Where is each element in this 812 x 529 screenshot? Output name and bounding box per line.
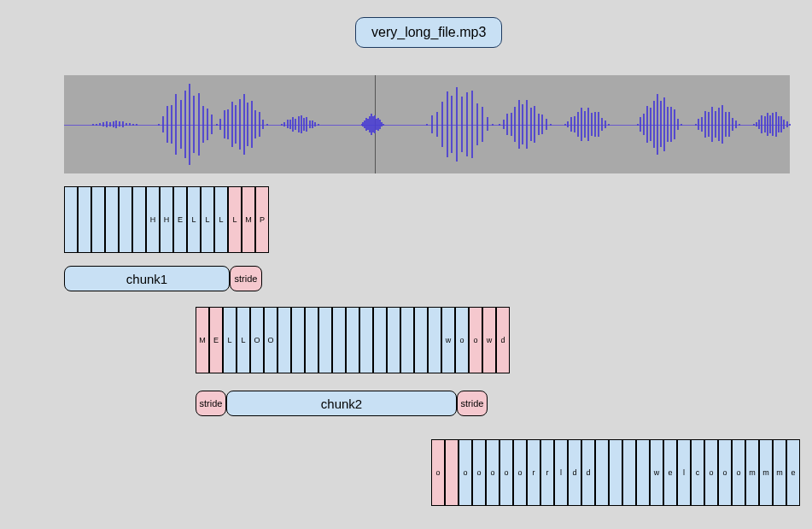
token-cell: l bbox=[554, 439, 568, 506]
token-cell bbox=[105, 186, 119, 253]
token-cell bbox=[622, 439, 636, 506]
token-cell: e bbox=[663, 439, 677, 506]
stride-label: stride bbox=[230, 266, 262, 291]
waveform-burst bbox=[159, 75, 217, 173]
token-cell-stride: w bbox=[482, 307, 496, 373]
token-cell: o bbox=[455, 307, 469, 373]
token-cell: L bbox=[214, 186, 228, 253]
chunk-label-row: chunk1stride bbox=[64, 266, 262, 291]
token-cell-stride: M bbox=[242, 186, 255, 253]
token-cell-stride bbox=[445, 439, 459, 506]
token-cell: m bbox=[773, 439, 786, 506]
token-cell bbox=[277, 307, 291, 373]
token-cell bbox=[318, 307, 332, 373]
token-cell: w bbox=[441, 307, 455, 373]
token-row: MELLOOwoowd bbox=[196, 307, 510, 373]
token-cell: d bbox=[581, 439, 595, 506]
token-cell-stride: P bbox=[255, 186, 269, 253]
token-cell-stride: o bbox=[469, 307, 482, 373]
token-cell-stride: d bbox=[496, 307, 510, 373]
token-cell bbox=[346, 307, 359, 373]
token-cell: L bbox=[187, 186, 201, 253]
token-cell: w bbox=[650, 439, 663, 506]
token-cell bbox=[291, 307, 305, 373]
waveform-burst bbox=[362, 75, 384, 173]
token-cell: l bbox=[677, 439, 691, 506]
waveform-burst bbox=[499, 75, 551, 173]
token-cell: o bbox=[486, 439, 499, 506]
token-cell: o bbox=[499, 439, 513, 506]
waveform-burst bbox=[93, 75, 137, 173]
waveform-burst bbox=[282, 75, 318, 173]
token-cell: o bbox=[732, 439, 745, 506]
token-cell bbox=[400, 307, 414, 373]
token-cell: o bbox=[704, 439, 718, 506]
token-cell bbox=[387, 307, 400, 373]
waveform-burst bbox=[754, 75, 791, 173]
token-cell: o bbox=[513, 439, 527, 506]
token-cell: L bbox=[201, 186, 214, 253]
token-cell-stride: M bbox=[196, 307, 209, 373]
token-cell: m bbox=[745, 439, 759, 506]
token-cell bbox=[119, 186, 132, 253]
token-cell: o bbox=[459, 439, 472, 506]
token-cell-stride: E bbox=[209, 307, 223, 373]
token-cell: d bbox=[568, 439, 581, 506]
token-cell bbox=[91, 186, 105, 253]
chunk-label: chunk2 bbox=[226, 391, 457, 416]
waveform bbox=[64, 75, 790, 173]
token-cell: L bbox=[223, 307, 237, 373]
token-cell bbox=[373, 307, 387, 373]
token-cell: H bbox=[160, 186, 173, 253]
stride-label: stride bbox=[457, 391, 488, 416]
chunk-label-row: stridechunk2stride bbox=[196, 391, 488, 416]
token-cell: r bbox=[527, 439, 540, 506]
waveform-burst bbox=[217, 75, 268, 173]
token-cell: E bbox=[173, 186, 187, 253]
token-cell bbox=[609, 439, 622, 506]
token-cell: e bbox=[786, 439, 800, 506]
waveform-burst bbox=[427, 75, 493, 173]
chunk-label: chunk1 bbox=[64, 266, 230, 291]
token-cell bbox=[414, 307, 428, 373]
token-cell: c bbox=[691, 439, 704, 506]
token-cell-stride: L bbox=[228, 186, 242, 253]
token-cell bbox=[64, 186, 78, 253]
waveform-burst bbox=[638, 75, 681, 173]
file-name-badge: very_long_file.mp3 bbox=[355, 17, 502, 48]
token-cell bbox=[305, 307, 318, 373]
token-cell: r bbox=[540, 439, 554, 506]
token-cell bbox=[428, 307, 441, 373]
waveform-burst bbox=[565, 75, 609, 173]
token-cell bbox=[595, 439, 609, 506]
token-cell-stride: o bbox=[431, 439, 445, 506]
token-cell: o bbox=[718, 439, 732, 506]
token-cell: O bbox=[250, 307, 264, 373]
token-cell: H bbox=[146, 186, 160, 253]
token-row: oooooorrlddwelcooommme bbox=[431, 439, 800, 506]
token-cell bbox=[78, 186, 91, 253]
token-cell: o bbox=[472, 439, 486, 506]
token-cell bbox=[359, 307, 373, 373]
token-cell: O bbox=[264, 307, 277, 373]
stride-label: stride bbox=[196, 391, 226, 416]
token-cell: m bbox=[759, 439, 773, 506]
token-cell: L bbox=[237, 307, 250, 373]
waveform-burst bbox=[696, 75, 739, 173]
token-row: HHELLLLMP bbox=[64, 186, 269, 253]
token-cell bbox=[132, 186, 146, 253]
token-cell bbox=[332, 307, 346, 373]
token-cell bbox=[636, 439, 650, 506]
file-name-text: very_long_file.mp3 bbox=[371, 25, 486, 39]
